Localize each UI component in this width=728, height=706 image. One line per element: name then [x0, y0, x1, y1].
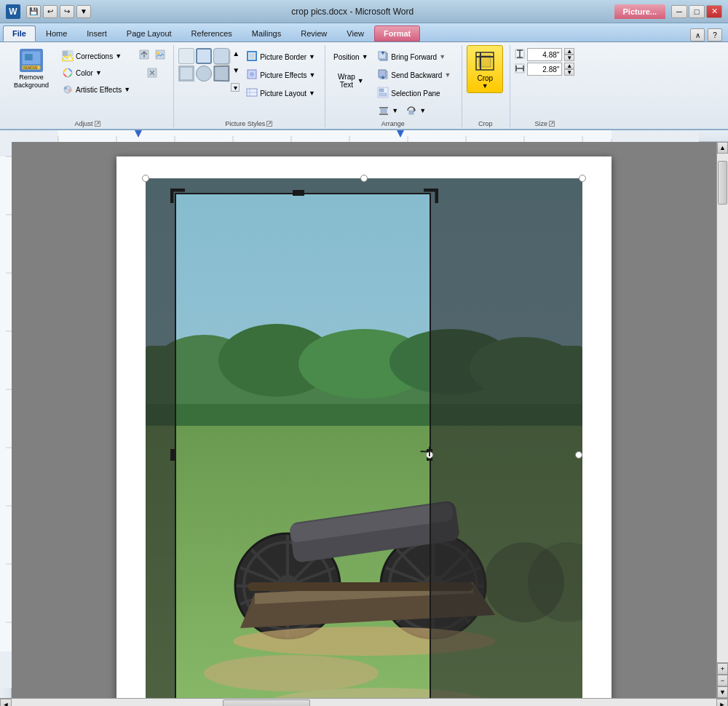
scroll-down-button[interactable]: ▼ — [717, 686, 728, 698]
width-down[interactable]: ▼ — [564, 69, 574, 76]
wrap-text-button[interactable]: Wrap Text ▼ — [330, 69, 369, 92]
style-2[interactable] — [196, 48, 212, 64]
color-button[interactable]: Color ▼ — [58, 65, 134, 81]
scroll-up-button[interactable]: ▲ — [717, 142, 728, 154]
picture-effects-dropdown: ▼ — [309, 71, 315, 79]
title-bar: W 💾 ↩ ↪ ▼ crop pics.docx - Microsoft Wor… — [0, 0, 728, 23]
crop-handle-ml[interactable] — [169, 448, 178, 464]
crop-button[interactable]: Crop ▼ — [467, 45, 503, 93]
send-backward-button[interactable]: Send Backward ▼ — [372, 66, 456, 84]
scroll-right-button[interactable]: ► — [716, 699, 728, 706]
selection-pane-button[interactable]: Selection Pane — [372, 84, 456, 102]
compress-pictures-button[interactable] — [137, 48, 151, 63]
send-backward-icon — [377, 68, 389, 82]
wrap-text-label: Wrap Text — [338, 73, 355, 89]
tab-mailings[interactable]: Mailings — [242, 25, 290, 41]
scroll-track[interactable] — [717, 154, 728, 662]
scroll-extra-2[interactable]: − — [717, 675, 728, 686]
rotate-button[interactable]: ▼ — [403, 103, 429, 119]
style-4[interactable] — [178, 66, 194, 82]
arrange-group-label: Arrange — [330, 120, 456, 127]
close-button[interactable]: ✕ — [706, 5, 722, 18]
height-icon — [515, 49, 525, 60]
change-picture-button[interactable] — [153, 48, 167, 63]
height-input[interactable] — [527, 48, 562, 61]
h-scroll-thumb[interactable] — [223, 699, 310, 706]
help-button[interactable]: ? — [708, 28, 722, 41]
image-wrapper[interactable]: ⊣ — [146, 178, 582, 698]
size-expand[interactable]: ↗ — [549, 121, 555, 127]
scroll-extra: + − — [717, 662, 728, 686]
bring-forward-button[interactable]: Bring Forward ▼ — [372, 48, 456, 66]
svg-rect-6 — [63, 51, 68, 56]
ribbon-collapse-button[interactable]: ∧ — [690, 28, 705, 41]
adjust-col: Corrections ▼ Color ▼ Artistic Effects ▼ — [58, 45, 134, 98]
window-title: crop pics.docx - Microsoft Word — [91, 7, 614, 17]
crop-overlay-right — [430, 178, 582, 698]
bring-forward-dropdown[interactable]: ▼ — [439, 53, 446, 60]
styles-scroll-down[interactable]: ▼ — [231, 66, 241, 74]
picture-layout-dropdown: ▼ — [309, 90, 315, 97]
picture-effects-button[interactable]: Picture Effects ▼ — [242, 66, 319, 84]
width-input[interactable] — [527, 63, 562, 76]
style-3[interactable] — [213, 48, 229, 64]
arrange-stack-col: Bring Forward ▼ Send Backward ▼ Selectio… — [372, 45, 456, 119]
customize-button[interactable]: ▼ — [76, 5, 91, 18]
width-up[interactable]: ▲ — [564, 63, 574, 69]
picture-contextual-tab[interactable]: Picture... — [614, 4, 665, 19]
tab-page-layout[interactable]: Page Layout — [117, 25, 181, 41]
h-scroll-track[interactable] — [12, 699, 716, 706]
svg-rect-46 — [409, 111, 414, 114]
tab-view[interactable]: View — [337, 25, 373, 41]
scroll-thumb[interactable] — [718, 161, 727, 205]
maximize-button[interactable]: □ — [689, 5, 705, 18]
position-button[interactable]: Position ▼ — [331, 45, 368, 68]
sel-handle-tc[interactable] — [360, 175, 368, 182]
undo-button[interactable]: ↩ — [43, 5, 58, 18]
picture-options-col: Picture Border ▼ Picture Effects ▼ Pictu… — [242, 45, 319, 102]
styles-more[interactable]: ▾ — [231, 83, 240, 92]
tab-references[interactable]: References — [182, 25, 242, 41]
align-button[interactable]: ▼ — [375, 103, 401, 119]
scroll-extra-1[interactable]: + — [717, 663, 728, 675]
styles-scroll-up[interactable]: ▲ — [231, 49, 241, 57]
corrections-button[interactable]: Corrections ▼ — [58, 48, 134, 64]
tab-format[interactable]: Format — [374, 25, 420, 41]
minimize-button[interactable]: ─ — [671, 5, 687, 18]
artistic-effects-icon — [62, 84, 74, 95]
picture-layout-button[interactable]: Picture Layout ▼ — [242, 84, 319, 102]
remove-background-button[interactable]: REMOVE RemoveBackground — [7, 45, 55, 93]
tab-home[interactable]: Home — [36, 25, 76, 41]
height-up[interactable]: ▲ — [564, 48, 574, 55]
main-layout: ⊣ ▲ + − ▼ ◄ ► Page: 1 of 1 — [0, 130, 728, 706]
tab-review[interactable]: Review — [291, 25, 336, 41]
style-5[interactable] — [196, 66, 212, 82]
crop-handle-tr[interactable] — [421, 189, 438, 207]
style-1[interactable] — [178, 48, 194, 64]
tab-insert[interactable]: Insert — [77, 25, 116, 41]
height-row: ▲ ▼ — [515, 48, 574, 61]
sel-handle-r[interactable] — [575, 451, 582, 459]
svg-rect-42 — [379, 93, 387, 96]
svg-point-95 — [204, 655, 379, 691]
reset-picture-button[interactable] — [137, 66, 167, 80]
sel-handle-tr[interactable] — [579, 175, 586, 182]
send-backward-dropdown[interactable]: ▼ — [444, 71, 451, 79]
picture-border-button[interactable]: Picture Border ▼ — [242, 48, 319, 66]
picture-border-icon — [246, 50, 258, 63]
sel-handle-tl[interactable] — [142, 175, 149, 182]
tab-file[interactable]: File — [3, 25, 36, 41]
adjust-expand[interactable]: ↗ — [95, 121, 100, 127]
style-6[interactable] — [214, 66, 230, 82]
selection-pane-label: Selection Pane — [391, 90, 440, 98]
scroll-left-button[interactable]: ◄ — [0, 699, 12, 706]
redo-button[interactable]: ↪ — [60, 5, 74, 18]
artistic-effects-button[interactable]: Artistic Effects ▼ — [58, 82, 134, 98]
width-icon — [515, 63, 525, 75]
height-down[interactable]: ▼ — [564, 55, 574, 61]
picture-border-dropdown: ▼ — [309, 53, 315, 60]
crop-handle-tm[interactable] — [291, 189, 306, 199]
crop-handle-tl[interactable] — [170, 189, 188, 207]
picture-styles-expand[interactable]: ↗ — [266, 121, 272, 127]
save-button[interactable]: 💾 — [26, 5, 41, 18]
